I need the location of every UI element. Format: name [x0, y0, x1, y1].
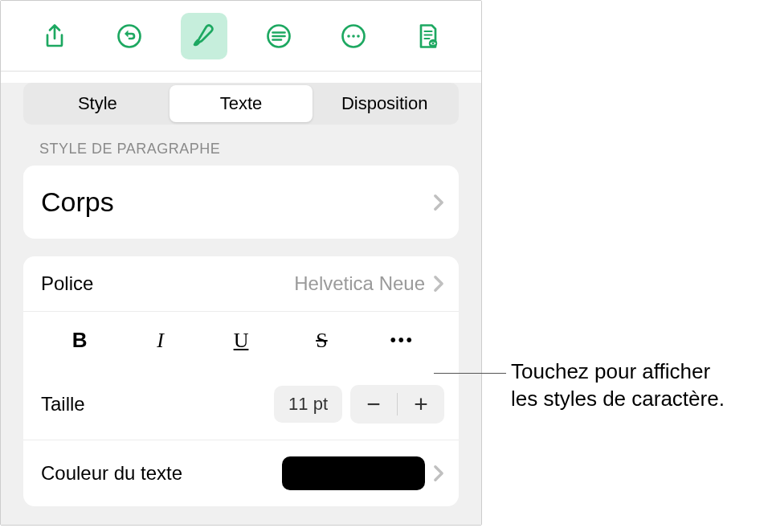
svg-point-3	[347, 35, 350, 38]
tab-disposition[interactable]: Disposition	[313, 85, 456, 122]
svg-point-0	[118, 25, 140, 47]
size-increase-button[interactable]: +	[398, 385, 444, 424]
callout-line	[434, 373, 506, 374]
insert-button[interactable]	[255, 13, 302, 59]
italic-button[interactable]: I	[120, 324, 200, 358]
size-decrease-button[interactable]: −	[350, 385, 397, 424]
segmented-control: Style Texte Disposition	[23, 83, 459, 125]
paragraph-style-value: Corps	[41, 186, 114, 218]
paragraph-style-header: Style de paragraphe	[39, 141, 443, 158]
bold-button[interactable]: B	[39, 323, 120, 358]
size-stepper: − +	[350, 385, 444, 424]
svg-point-4	[352, 35, 355, 38]
callout-line2: les styles de caractère.	[511, 386, 725, 413]
format-brush-button[interactable]	[181, 13, 227, 59]
top-toolbar	[1, 1, 481, 72]
text-color-row[interactable]: Couleur du texte	[23, 440, 459, 506]
size-row: Taille 11 pt − +	[23, 369, 459, 440]
share-button[interactable]	[31, 13, 78, 59]
size-value[interactable]: 11 pt	[274, 386, 342, 423]
format-panel: Style Texte Disposition Style de paragra…	[0, 0, 482, 526]
size-label: Taille	[41, 393, 85, 415]
paragraph-style-row[interactable]: Corps	[23, 166, 459, 239]
font-value: Helvetica Neue	[294, 272, 425, 295]
svg-point-5	[357, 35, 360, 38]
chevron-right-icon	[433, 275, 444, 293]
font-row[interactable]: Police Helvetica Neue	[23, 256, 459, 311]
paragraph-style-card: Corps	[23, 166, 459, 239]
font-label: Police	[41, 272, 93, 295]
more-styles-button[interactable]: •••	[362, 331, 443, 350]
more-button[interactable]	[330, 13, 377, 59]
callout-text: Touchez pour afficher les styles de cara…	[511, 358, 725, 413]
text-color-label: Couleur du texte	[41, 462, 182, 485]
svg-point-7	[431, 42, 434, 44]
chevron-right-icon	[433, 464, 444, 482]
undo-button[interactable]	[106, 13, 153, 59]
chevron-right-icon	[433, 194, 444, 211]
tab-texte[interactable]: Texte	[170, 85, 313, 122]
callout-line1: Touchez pour afficher	[511, 358, 725, 386]
document-view-button[interactable]	[405, 13, 451, 59]
font-card: Police Helvetica Neue B I U S ••• Taille…	[23, 256, 459, 506]
text-color-swatch[interactable]	[282, 456, 425, 490]
content-area: Style Texte Disposition Style de paragra…	[1, 83, 481, 526]
underline-button[interactable]: U	[201, 324, 281, 358]
tab-style[interactable]: Style	[26, 85, 170, 122]
strikethrough-button[interactable]: S	[281, 324, 362, 358]
format-buttons-row: B I U S •••	[23, 311, 459, 369]
